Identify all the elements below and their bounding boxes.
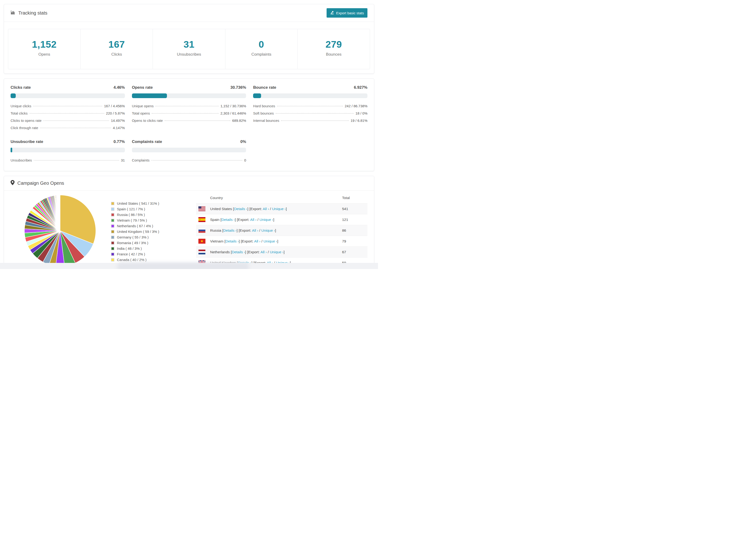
close-bracket: ] [275,228,276,232]
rate-detail-row: Unique clicks167 / 4.456% [11,102,125,110]
export-label: ] [Export: [245,250,260,254]
export-unique-link[interactable]: Unique › [270,250,284,254]
country-cell: Vietnam [Details ›] [Export: All › / Uni… [208,236,340,247]
rate-detail-row: Clicks to opens rate14.497% [11,117,125,124]
export-all-link[interactable]: All › [250,218,257,222]
details-link[interactable]: Details › [223,228,237,232]
rate-title: Unsubscribe rate [11,139,43,144]
rate-detail-label: Total clicks [11,111,28,115]
rate-detail-row: Opens to clicks rate689.82% [132,117,246,124]
stat-box: 1,152Opens [8,29,81,69]
legend-label: Vietnam ( 79 / 5% ) [117,218,147,222]
tracking-stats-title-row: Tracking stats [11,10,47,16]
pie-legend: United States ( 541 / 31% )Spain ( 121 /… [111,191,173,269]
country-cell: United States [Details ›] [Export: All ›… [208,203,340,214]
export-all-link[interactable]: All › [252,228,258,232]
geo-pie-chart [24,191,96,269]
country-column-header: Country [208,191,340,203]
details-link[interactable]: Details › [225,239,239,243]
rate-detail-value: 220 / 5.87% [106,111,125,115]
close-bracket: ] [286,207,287,211]
rate-detail-row: Click through rate4.147% [11,124,125,132]
table-row-us: United States [Details ›] [Export: All ›… [196,203,367,214]
map-pin-icon [11,180,15,187]
rate-block-unsubscribe: Unsubscribe rate0.77%Unsubscribes31 [11,139,125,164]
legend-label: Romania ( 49 / 3% ) [117,241,148,245]
dotted-leader [151,160,242,161]
dotted-leader [33,106,102,106]
rate-detail-value: 18 / 0% [355,111,367,115]
bottom-shadow-artifact [117,262,249,269]
slash-separator: / [269,207,272,211]
rate-title: Clicks rate [11,85,31,90]
geo-table: Country Total United States [Details ›] … [196,191,367,269]
dotted-leader [165,120,230,121]
stats-row: 1,152Opens167Clicks31Unsubscribes0Compla… [8,29,370,69]
details-link[interactable]: Details › [221,218,235,222]
stat-label: Bounces [298,52,370,57]
table-row-ru: Russia [Details ›] [Export: All › / Uniq… [196,225,367,236]
country-name: United States [ [210,207,234,211]
legend-swatch [111,241,114,244]
export-basic-stats-button[interactable]: Export basic stats [327,8,367,18]
legend-label: Canada ( 40 / 2% ) [117,258,146,262]
legend-swatch [111,207,114,211]
rate-detail-value: 1,152 / 30.736% [220,104,246,108]
rates-card: Clicks rate4.46%Unique clicks167 / 4.456… [4,79,374,171]
geo-table-wrap: Country Total United States [Details ›] … [196,191,367,269]
pie-svg [24,194,96,267]
rate-percentage: 30.736% [230,85,246,90]
tracking-stats-header: Tracking stats Export basic stats [4,4,374,22]
stat-value: 1,152 [8,39,80,50]
rate-detail-value: 4.147% [113,126,125,130]
export-all-link[interactable]: All › [261,250,267,254]
legend-item: Russia ( 86 / 5% ) [111,213,173,217]
details-link[interactable]: Details › [232,250,245,254]
rate-percentage: 6.927% [354,85,367,90]
export-unique-link[interactable]: Unique › [259,218,273,222]
legend-swatch [111,247,114,250]
rate-title: Bounce rate [253,85,276,90]
country-cell: Netherlands [Details ›] [Export: All › /… [208,247,340,257]
close-bracket: ] [284,250,285,254]
stat-box: 279Bounces [297,29,370,69]
export-unique-link[interactable]: Unique › [263,239,277,243]
export-all-link[interactable]: All › [254,239,261,243]
legend-label: Russia ( 86 / 5% ) [117,213,145,217]
dotted-leader [152,113,219,114]
export-icon [330,11,334,15]
stat-value: 31 [153,39,225,50]
details-link[interactable]: Details › [234,207,247,211]
export-unique-link[interactable]: Unique › [261,228,275,232]
rate-progress-bar [11,148,125,152]
rate-detail-value: 167 / 4.456% [104,104,125,108]
export-unique-link[interactable]: Unique › [272,207,286,211]
close-bracket: ] [277,239,278,243]
rate-percentage: 0.77% [113,139,125,144]
rate-progress-fill [253,93,261,98]
table-row-vn: Vietnam [Details ›] [Export: All › / Uni… [196,236,367,247]
country-name: Spain [ [210,218,221,222]
rate-block-bounce: Bounce rate6.927%Hard bounces242 / 86.73… [253,85,367,132]
rate-detail-label: Hard bounces [253,104,275,108]
rate-detail-label: Unique clicks [11,104,31,108]
legend-swatch [111,252,114,256]
export-all-link[interactable]: All › [263,207,269,211]
rate-progress-bar [11,93,125,98]
stat-value: 0 [225,39,297,50]
legend-item: Spain ( 121 / 7% ) [111,207,173,211]
legend-label: United Kingdom ( 59 / 3% ) [117,230,159,234]
legend-item: Germany ( 55 / 3% ) [111,235,173,239]
rate-detail-row: Complaints0 [132,157,246,164]
header-divider [4,22,374,22]
table-row-nl: Netherlands [Details ›] [Export: All › /… [196,247,367,257]
stat-label: Unsubscribes [153,52,225,57]
legend-swatch [111,213,114,216]
flag-column-header [196,191,208,203]
rate-detail-label: Opens to clicks rate [132,119,163,123]
bottom-strip [0,263,378,269]
rate-detail-label: Total opens [132,111,150,115]
rate-progress-bar [132,93,246,98]
rate-head: Complaints rate0% [132,139,246,144]
stat-box: 31Unsubscribes [153,29,225,69]
